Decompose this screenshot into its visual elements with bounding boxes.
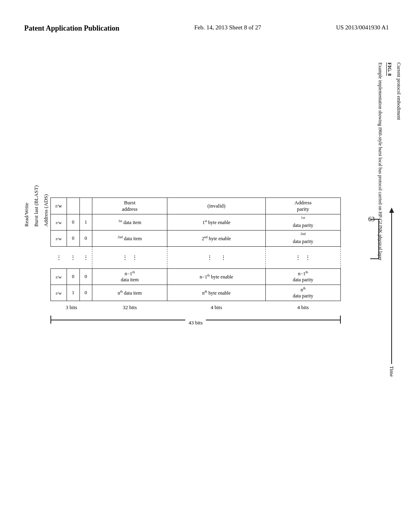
protocol-table: r/w Burstaddress (invalid) Addressparity…: [50, 197, 341, 312]
bit-header-1: [67, 198, 80, 214]
bracket-bottom-line: [370, 258, 379, 259]
bits-data: 32 bits: [92, 301, 167, 313]
row-nm1: r/w 0 0 n−1thdata item n−1th byte enable…: [51, 269, 341, 285]
rw-rown: r/w: [51, 285, 67, 301]
date-sheet-info: Feb. 14, 2013 Sheet 8 of 27: [194, 24, 261, 31]
total-bits-bracket-left: [50, 316, 51, 324]
dots-1: ⋮: [51, 247, 67, 269]
address-parity-header: Addressparity: [265, 198, 340, 214]
bit1-row2: 0: [79, 231, 92, 247]
dots-data: ⋮ ⋮: [92, 247, 167, 269]
be-rown: nth byte enable: [167, 285, 265, 301]
burst-address-header: Burstaddress: [92, 198, 167, 214]
be-row2: 2nd byte enable: [167, 231, 265, 247]
diagram-container: r/w Burstaddress (invalid) Addressparity…: [38, 197, 373, 328]
par-rown: nthdata parity: [265, 285, 340, 301]
bits-rw: 3 bits: [51, 301, 92, 313]
row-1st: r/w 0 1 1st data item 1st byte enable 1s…: [51, 214, 341, 231]
data-rown: nth data item: [92, 285, 167, 301]
time-arrow-container: Time: [388, 208, 395, 377]
bits-par: 4 bits: [265, 301, 340, 313]
dots-3: ⋮: [79, 247, 92, 269]
invalid-header: (invalid): [167, 198, 265, 214]
bit0-rownm1: 0: [67, 269, 80, 285]
time-label: Time: [388, 366, 395, 377]
dots-par: ⋮ ⋮: [265, 247, 340, 269]
current-protocol-label: Current protocol embodiment: [396, 62, 402, 120]
bit0-row2: 0: [67, 231, 80, 247]
par-row1: 1stdata parity: [265, 214, 340, 231]
row-2nd: r/w 0 0 2nd data item 2nd byte enable 2n…: [51, 231, 341, 247]
par-row2: 2nddata parity: [265, 231, 340, 247]
total-bits-line-container: 43 bits: [50, 316, 341, 328]
bracket-vertical-line: [378, 219, 379, 258]
header-row: r/w Burstaddress (invalid) Addressparity: [51, 198, 341, 214]
read-write-label: Read/Write: [23, 203, 30, 227]
bits-row: 3 bits 32 bits 4 bits 4 bits: [51, 301, 341, 313]
rw-rownm1: r/w: [51, 269, 67, 285]
data-rownm1: n−1thdata item: [92, 269, 167, 285]
total-bits-bracket-right: [340, 316, 341, 324]
patent-number: US 2013/0041930 A1: [336, 24, 389, 31]
row-n: r/w 1 0 nth data item nth byte enable nt…: [51, 285, 341, 301]
bit1-rown: 0: [79, 285, 92, 301]
dots-2: ⋮: [67, 247, 80, 269]
header: Patent Application Publication Feb. 14, …: [0, 24, 413, 33]
publication-title: Patent Application Publication: [24, 24, 119, 33]
bit-header-2: [79, 198, 92, 214]
bit0-rown: 1: [67, 285, 80, 301]
bit1-rownm1: 0: [79, 269, 92, 285]
bracket-top-line: [370, 219, 379, 220]
time-arrow-line: [391, 213, 392, 364]
fig8-label: FIG. 8: [386, 62, 392, 76]
par-rownm1: n−1thdata parity: [265, 269, 340, 285]
dotted-row: ⋮ ⋮ ⋮ ⋮ ⋮ ⋮ ⋮ ⋮: [51, 247, 341, 269]
bit1-row1: 1: [79, 214, 92, 231]
data-row2: 2nd data item: [92, 231, 167, 247]
page: Patent Application Publication Feb. 14, …: [0, 0, 413, 532]
rw-header: r/w: [51, 198, 67, 214]
bit0-row1: 0: [67, 214, 80, 231]
dots-be: ⋮ ⋮: [167, 247, 265, 269]
time-arrow-head: [389, 208, 394, 213]
be-row1: 1st byte enable: [167, 214, 265, 231]
rw-row1: r/w: [51, 214, 67, 231]
rw-row2: r/w: [51, 231, 67, 247]
bits-be: 4 bits: [167, 301, 265, 313]
total-bits-text: 43 bits: [185, 320, 206, 326]
data-row1: 1st data item: [92, 214, 167, 231]
be-rownm1: n−1th byte enable: [167, 269, 265, 285]
total-bits-section: 43 bits: [50, 316, 341, 328]
